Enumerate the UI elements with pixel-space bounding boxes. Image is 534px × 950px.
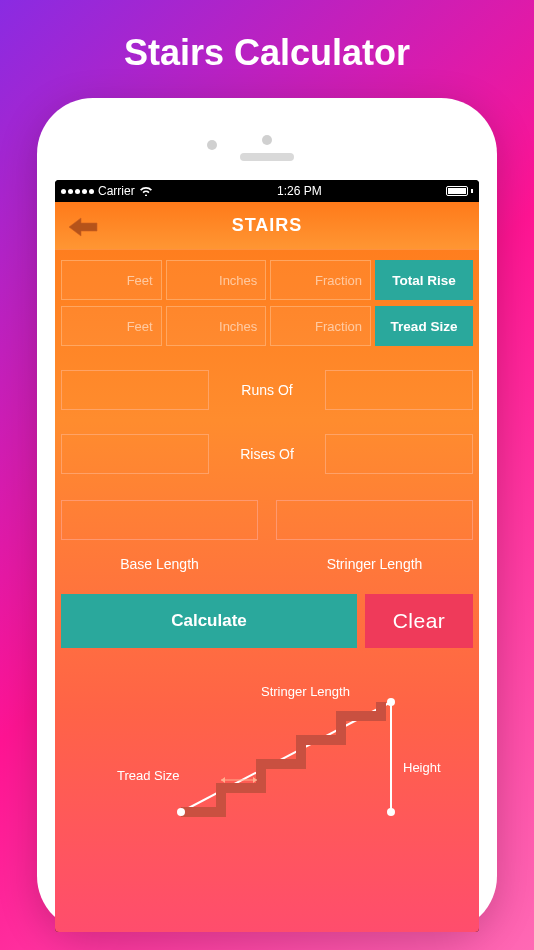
battery-icon [446, 186, 473, 196]
nav-bar: STAIRS [55, 202, 479, 250]
status-bar: Carrier 1:26 PM [55, 180, 479, 202]
input-row-total-rise: Feet Inches Fraction Total Rise [61, 260, 473, 300]
inches-input-tread[interactable]: Inches [166, 306, 267, 346]
diagram-height-label: Height [403, 760, 441, 775]
promo-title: Stairs Calculator [0, 0, 534, 98]
stairs-diagram: Stringer Length Tread Size Height [61, 682, 473, 842]
calculate-button[interactable]: Calculate [61, 594, 357, 648]
runs-row: Runs Of [61, 370, 473, 410]
input-row-tread-size: Feet Inches Fraction Tread Size [61, 306, 473, 346]
tread-size-tag[interactable]: Tread Size [375, 306, 473, 346]
rises-row: Rises Of [61, 434, 473, 474]
stringer-length-output [276, 500, 473, 540]
inches-input-rise[interactable]: Inches [166, 260, 267, 300]
phone-speaker-area [55, 116, 479, 180]
fraction-input-rise[interactable]: Fraction [270, 260, 371, 300]
feet-input-tread[interactable]: Feet [61, 306, 162, 346]
total-rise-tag[interactable]: Total Rise [375, 260, 473, 300]
svg-point-4 [387, 808, 395, 816]
base-length-output [61, 500, 258, 540]
screen-title: STAIRS [232, 215, 303, 236]
carrier-label: Carrier [98, 184, 135, 198]
rises-label: Rises Of [217, 446, 317, 462]
clock: 1:26 PM [277, 184, 322, 198]
signal-icon [61, 189, 94, 194]
rises-value-output [325, 434, 473, 474]
diagram-tread-label: Tread Size [117, 768, 179, 783]
action-buttons: Calculate Clear [61, 594, 473, 648]
svg-point-1 [177, 808, 185, 816]
runs-value-output [325, 370, 473, 410]
phone-frame: Carrier 1:26 PM STAIRS [37, 98, 497, 932]
rises-count-output [61, 434, 209, 474]
back-button[interactable] [67, 216, 99, 238]
runs-label: Runs Of [217, 382, 317, 398]
app-body: STAIRS Feet Inches Fraction Total Rise F… [55, 202, 479, 932]
screen: Carrier 1:26 PM STAIRS [55, 180, 479, 932]
clear-button[interactable]: Clear [365, 594, 473, 648]
lengths-row: Base Length Stringer Length [61, 500, 473, 572]
fraction-input-tread[interactable]: Fraction [270, 306, 371, 346]
runs-count-output [61, 370, 209, 410]
base-length-label: Base Length [61, 556, 258, 572]
stringer-length-label: Stringer Length [276, 556, 473, 572]
diagram-stringer-label: Stringer Length [261, 684, 350, 699]
feet-input-rise[interactable]: Feet [61, 260, 162, 300]
wifi-icon [139, 184, 153, 199]
